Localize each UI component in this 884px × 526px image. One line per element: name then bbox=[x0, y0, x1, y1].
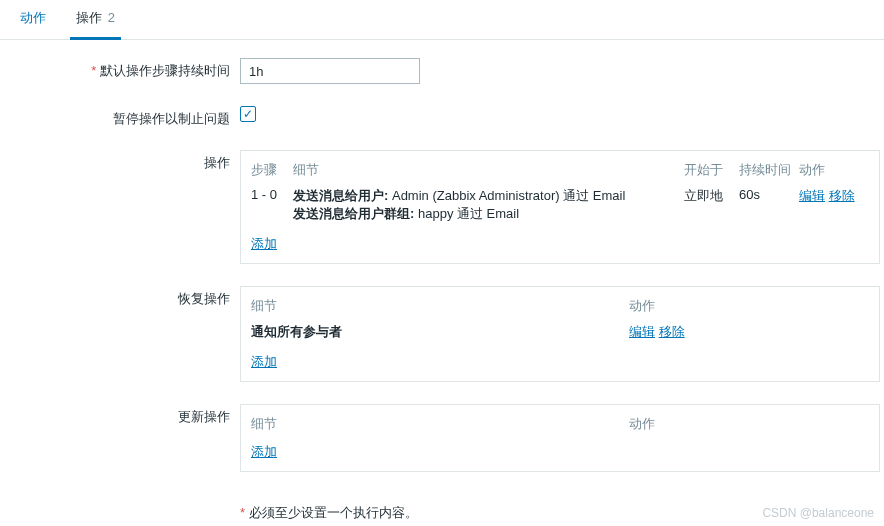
operation-edit-link[interactable]: 编辑 bbox=[799, 188, 825, 203]
detail1-label: 发送消息给用户: bbox=[293, 188, 388, 203]
hdr-duration: 持续时间 bbox=[739, 159, 799, 185]
checkbox-pause[interactable]: ✓ bbox=[240, 106, 256, 122]
hdr-details: 细节 bbox=[293, 159, 684, 185]
label-recovery: 恢复操作 bbox=[14, 286, 240, 308]
rec-hdr-details: 细节 bbox=[251, 295, 629, 321]
hdr-start-in: 开始于 bbox=[684, 159, 739, 185]
upd-hdr-details: 细节 bbox=[251, 413, 629, 439]
recovery-detail: 通知所有参与者 bbox=[251, 321, 629, 343]
label-update: 更新操作 bbox=[14, 404, 240, 426]
hdr-steps: 步骤 bbox=[251, 159, 293, 185]
recovery-row: 通知所有参与者 编辑 移除 bbox=[251, 321, 869, 343]
upd-hdr-action: 动作 bbox=[629, 413, 869, 439]
update-box: 细节 动作 添加 bbox=[240, 404, 880, 472]
tab-action[interactable]: 动作 bbox=[14, 1, 52, 40]
input-default-step-duration[interactable] bbox=[240, 58, 420, 84]
detail2-rest: happy 通过 Email bbox=[414, 206, 519, 221]
operation-remove-link[interactable]: 移除 bbox=[829, 188, 855, 203]
recovery-edit-link[interactable]: 编辑 bbox=[629, 324, 655, 339]
tab-operations-label: 操作 bbox=[76, 10, 102, 25]
label-default-step-duration: 默认操作步骤持续时间 bbox=[14, 58, 240, 80]
update-add-link[interactable]: 添加 bbox=[251, 443, 277, 461]
label-pause: 暂停操作以制止问题 bbox=[14, 106, 240, 128]
hdr-action: 动作 bbox=[799, 159, 869, 185]
detail1-rest: Admin (Zabbix Administrator) 通过 Email bbox=[388, 188, 625, 203]
operation-add-link[interactable]: 添加 bbox=[251, 235, 277, 253]
cell-steps: 1 - 0 bbox=[251, 185, 293, 225]
rec-hdr-action: 动作 bbox=[629, 295, 869, 321]
recovery-add-link[interactable]: 添加 bbox=[251, 353, 277, 371]
recovery-box: 细节 动作 通知所有参与者 编辑 移除 添加 bbox=[240, 286, 880, 382]
tab-operations-count: 2 bbox=[108, 10, 115, 25]
tab-bar: 动作 操作 2 bbox=[0, 0, 884, 40]
required-note: * 必须至少设置一个执行内容。 bbox=[240, 504, 870, 522]
operation-row: 1 - 0 发送消息给用户: Admin (Zabbix Administrat… bbox=[251, 185, 869, 225]
cell-duration: 60s bbox=[739, 185, 799, 225]
detail2-label: 发送消息给用户群组: bbox=[293, 206, 414, 221]
form: 默认操作步骤持续时间 暂停操作以制止问题 ✓ 操作 步骤 细节 开始于 持续时间… bbox=[0, 40, 884, 526]
recovery-remove-link[interactable]: 移除 bbox=[659, 324, 685, 339]
required-note-text: 必须至少设置一个执行内容。 bbox=[249, 505, 418, 520]
operations-box: 步骤 细节 开始于 持续时间 动作 1 - 0 发送消息给用户: Admin (… bbox=[240, 150, 880, 264]
cell-start-in: 立即地 bbox=[684, 185, 739, 225]
label-operations: 操作 bbox=[14, 150, 240, 172]
cell-details: 发送消息给用户: Admin (Zabbix Administrator) 通过… bbox=[293, 185, 684, 225]
tab-operations[interactable]: 操作 2 bbox=[70, 1, 121, 40]
